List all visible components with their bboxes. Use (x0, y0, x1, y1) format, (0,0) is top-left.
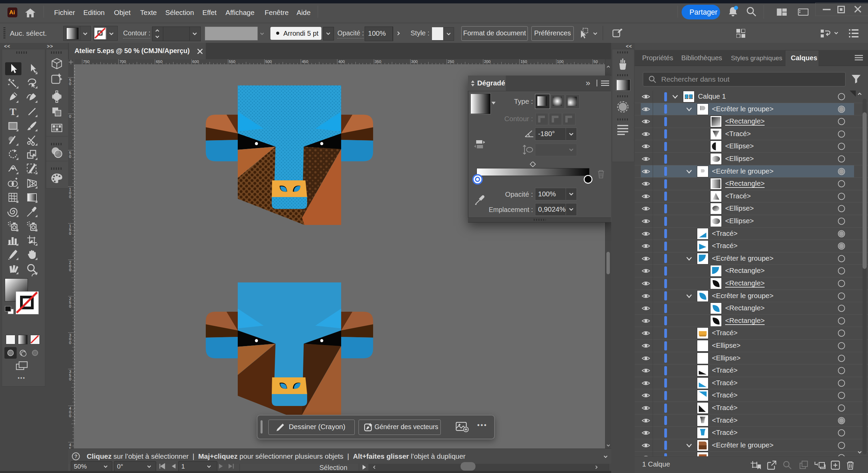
svg-text:?: ? (74, 453, 77, 459)
svg-text:T: T (10, 106, 16, 117)
